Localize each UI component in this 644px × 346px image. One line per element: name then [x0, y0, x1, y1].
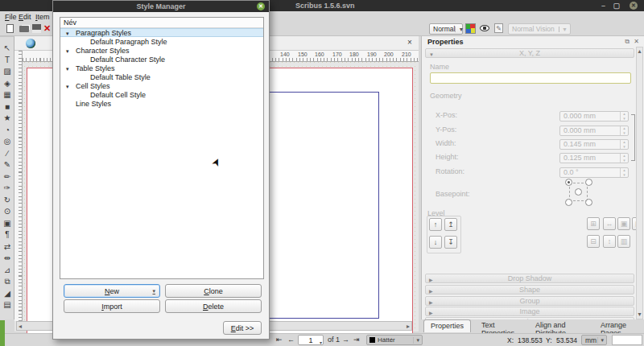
edit-in-preview-icon[interactable]: ✎ — [494, 23, 503, 33]
link-frames-tool-icon[interactable]: ⇄ — [2, 241, 13, 252]
preview-mode-eye-icon[interactable] — [480, 25, 489, 31]
spin-arrows-icon[interactable]: ▴▾ — [620, 168, 628, 177]
tree-row-default-table-style[interactable]: Default Table Style — [60, 73, 263, 82]
dialog-close-icon[interactable]: ✕ — [257, 2, 265, 10]
table-tool-icon[interactable]: ▦ — [2, 89, 13, 100]
spin-arrows-icon[interactable]: ▴▾ — [620, 140, 628, 149]
raise-to-top-icon[interactable]: ↥ — [444, 218, 457, 231]
link-width-height-icon[interactable] — [631, 114, 635, 161]
freehand-tool-icon[interactable]: ✏ — [2, 171, 13, 182]
raise-icon[interactable]: ↑ — [429, 218, 442, 231]
image-frame-tool-icon[interactable]: ▨ — [2, 66, 13, 76]
basepoint-bottomright[interactable] — [585, 199, 592, 206]
pdf-tools-icon[interactable]: ▤ — [2, 299, 13, 310]
maximize-button[interactable]: ▢ — [613, 2, 620, 10]
first-page-icon[interactable]: ⇤ — [276, 336, 283, 344]
spin-arrows-icon[interactable]: ▴▾ — [620, 154, 628, 163]
xpos-spinbox[interactable]: 0.000 mm▴▾ — [559, 111, 629, 122]
tree-row-cell-styles[interactable]: ▾Cell Styles — [60, 82, 263, 91]
bezier-tool-icon[interactable]: ✎ — [2, 159, 13, 170]
spin-arrows-icon[interactable]: ▴▾ — [620, 112, 628, 121]
open-document-icon[interactable] — [19, 26, 29, 32]
float-panel-icon[interactable]: ⧉ — [625, 38, 630, 46]
spiral-tool-icon[interactable]: ◎ — [2, 136, 13, 146]
minimize-button[interactable]: – — [601, 2, 605, 10]
render-frame-tool-icon[interactable]: ◈ — [2, 78, 13, 89]
section-image[interactable]: ▶Image — [425, 307, 634, 316]
lock-item-icon[interactable]: ▣ — [617, 217, 630, 230]
delete-button[interactable]: Delete — [165, 299, 262, 313]
tree-row-default-paragraph-style[interactable]: Default Paragraph Style — [60, 38, 263, 47]
copy-properties-tool-icon[interactable]: ⧉ — [2, 276, 13, 286]
unit-combo[interactable]: mm ▾ — [581, 335, 607, 345]
vision-defect-combo[interactable]: Normal Vision ▼ — [508, 23, 571, 35]
tree-row-default-cell-style[interactable]: Default Cell Style — [60, 91, 263, 100]
new-document-icon[interactable] — [6, 24, 14, 33]
lower-icon[interactable]: ↓ — [429, 236, 442, 249]
scroll-right-icon[interactable]: ▸ — [407, 323, 410, 331]
tab-text-properties[interactable]: Text Properties — [475, 319, 525, 332]
edit-contents-tool-icon[interactable]: ▣ — [2, 218, 13, 229]
menu-item[interactable]: Item — [33, 11, 52, 23]
tree-row-line-styles[interactable]: Line Styles — [60, 100, 263, 109]
name-input[interactable] — [430, 72, 631, 84]
story-editor-tool-icon[interactable]: ¶ — [2, 229, 13, 240]
edit-button[interactable]: Edit >> — [223, 321, 262, 335]
flip-vertical-icon[interactable]: ↕ — [603, 235, 616, 248]
last-page-icon[interactable]: ⇥ — [353, 336, 360, 344]
section-group[interactable]: ▶Group — [425, 296, 634, 306]
scroll-up-icon[interactable]: ▴ — [637, 47, 642, 56]
line-tool-icon[interactable]: ∕ — [2, 148, 13, 159]
previous-page-icon[interactable]: ← — [287, 336, 295, 344]
eye-dropper-tool-icon[interactable]: ◢ — [2, 288, 13, 299]
tree-row-paragraph-styles[interactable]: ▾Paragraph Styles — [60, 28, 263, 37]
expand-arrow-icon[interactable]: ▾ — [66, 47, 69, 56]
dock-scrollbar[interactable]: ▴ ▾ — [636, 47, 643, 319]
tree-row-default-character-style[interactable]: Default Character Style — [60, 56, 263, 64]
expand-arrow-icon[interactable]: ▾ — [66, 64, 69, 73]
basepoint-topright[interactable] — [585, 179, 592, 186]
page-number-spinbox[interactable]: 1 ▾ — [298, 335, 324, 345]
menu-edit[interactable]: Edit — [16, 11, 34, 23]
measurements-tool-icon[interactable]: ⊿ — [2, 265, 13, 275]
import-button[interactable]: Import — [64, 299, 160, 313]
view-mode-combo[interactable]: Normal ▼ — [429, 23, 463, 35]
width-spinbox[interactable]: 0.145 mm▴▾ — [559, 139, 629, 150]
polygon-tool-icon[interactable]: ★ — [2, 113, 13, 123]
section-shape[interactable]: ▶Shape — [425, 285, 634, 295]
dialog-titlebar[interactable]: Style Manager ✕ — [53, 1, 269, 12]
expand-arrow-icon[interactable]: ▾ — [66, 29, 69, 38]
layer-combo[interactable]: Háttér ▾ — [366, 335, 423, 345]
tab-properties[interactable]: Properties — [423, 319, 471, 332]
calligraphic-tool-icon[interactable]: ✑ — [2, 183, 13, 193]
next-page-icon[interactable]: → — [342, 336, 349, 344]
flip-horizontal-icon[interactable]: ↔ — [603, 217, 616, 230]
color-management-icon[interactable] — [465, 23, 476, 34]
new-button[interactable]: New ▾ — [64, 284, 160, 298]
ypos-spinbox[interactable]: 0.000 mm▴▾ — [559, 126, 629, 136]
basepoint-widget[interactable] — [565, 179, 592, 206]
tab-arrange-pages[interactable]: Arrange Pages — [594, 319, 644, 332]
clone-button[interactable]: Clone — [165, 284, 262, 298]
section-xyz[interactable]: ▼ X, Y, Z — [425, 48, 634, 58]
scroll-down-icon[interactable]: ▾ — [637, 311, 642, 319]
lower-to-bottom-icon[interactable]: ↧ — [444, 236, 457, 249]
rotate-tool-icon[interactable]: ↻ — [2, 195, 13, 205]
close-document-icon[interactable]: ✕ — [43, 23, 51, 34]
spin-arrows-icon[interactable]: ▴▾ — [620, 126, 628, 135]
unlink-frames-tool-icon[interactable]: ⇹ — [2, 253, 13, 263]
save-document-icon[interactable] — [32, 24, 41, 33]
group-items-icon[interactable]: ⊞ — [587, 217, 600, 230]
enable-printing-icon[interactable]: ▥ — [617, 235, 630, 248]
tab-align-and-distribute[interactable]: Align and Distribute — [529, 319, 590, 332]
text-frame-tool-icon[interactable]: T — [2, 55, 13, 65]
select-tool-icon[interactable]: ↖ — [2, 43, 13, 53]
tree-row-table-styles[interactable]: ▾Table Styles — [60, 64, 263, 73]
shape-tool-icon[interactable]: ■ — [2, 101, 13, 112]
arc-tool-icon[interactable]: ◔ — [2, 125, 13, 135]
close-panel-icon[interactable]: ✕ — [634, 38, 639, 45]
rotation-spinbox[interactable]: 0.0 °▴▾ — [559, 167, 629, 178]
subwindow-close-icon[interactable]: × — [407, 38, 412, 47]
zoom-tool-icon[interactable]: ⊙ — [2, 206, 13, 216]
expand-arrow-icon[interactable]: ▾ — [66, 82, 69, 91]
